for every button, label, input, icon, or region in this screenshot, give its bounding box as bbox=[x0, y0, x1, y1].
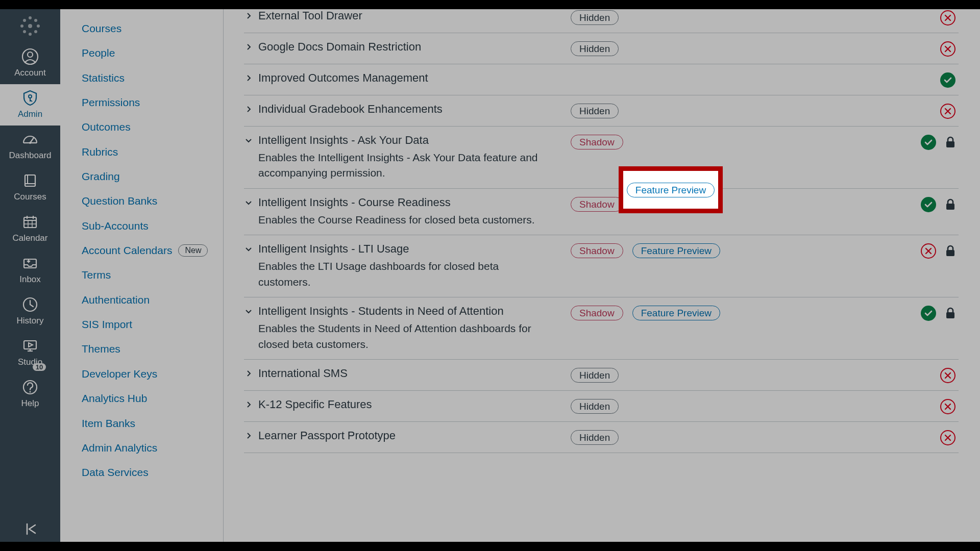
feature-options-main: External Tool DrawerHiddenGoogle Docs Do… bbox=[224, 9, 980, 542]
collapse-nav-button[interactable] bbox=[0, 516, 60, 542]
subnav-people[interactable]: People bbox=[82, 41, 214, 65]
status-disabled-icon[interactable] bbox=[940, 430, 955, 445]
feature-title: Learner Passport Prototype bbox=[258, 429, 396, 442]
feature-title: Intelligent Insights - LTI Usage bbox=[258, 242, 409, 256]
subnav-themes[interactable]: Themes bbox=[82, 337, 214, 361]
lock-icon bbox=[945, 136, 955, 148]
feature-preview-tag-highlighted[interactable]: Feature Preview bbox=[627, 183, 715, 197]
expand-toggle[interactable] bbox=[244, 400, 253, 409]
feature-row: Improved Outcomes Management bbox=[244, 64, 959, 95]
status-disabled-icon[interactable] bbox=[921, 243, 936, 259]
feature-row: K-12 Specific FeaturesHidden bbox=[244, 391, 959, 422]
status-enabled-icon[interactable] bbox=[921, 197, 936, 212]
subnav-outcomes[interactable]: Outcomes bbox=[82, 115, 214, 139]
feature-title: Intelligent Insights - Students in Need … bbox=[258, 305, 504, 318]
collapse-icon bbox=[23, 522, 37, 536]
admin-icon bbox=[21, 89, 39, 107]
tag-shadow[interactable]: Shadow bbox=[571, 197, 623, 212]
subnav-courses[interactable]: Courses bbox=[82, 16, 214, 41]
svg-rect-14 bbox=[25, 175, 35, 186]
subnav-developer-keys[interactable]: Developer Keys bbox=[82, 362, 214, 386]
studio-icon bbox=[21, 337, 39, 355]
subnav-terms[interactable]: Terms bbox=[82, 263, 214, 287]
svg-point-5 bbox=[34, 19, 37, 22]
tag-hidden[interactable]: Hidden bbox=[571, 104, 619, 118]
status-disabled-icon[interactable] bbox=[940, 104, 955, 119]
nav-courses[interactable]: Courses bbox=[0, 167, 60, 208]
feature-row: Individual Gradebook EnhancementsHidden bbox=[244, 95, 959, 127]
nav-history-label: History bbox=[17, 316, 44, 325]
status-disabled-icon[interactable] bbox=[940, 41, 955, 57]
brand-logo bbox=[0, 9, 60, 43]
nav-admin[interactable]: Admin bbox=[0, 84, 60, 126]
subnav-analytics-hub[interactable]: Analytics Hub bbox=[82, 386, 214, 411]
subnav-data-services[interactable]: Data Services bbox=[82, 460, 214, 485]
subnav-rubrics[interactable]: Rubrics bbox=[82, 140, 214, 164]
expand-toggle[interactable] bbox=[244, 369, 253, 378]
status-disabled-icon[interactable] bbox=[940, 399, 955, 414]
tag-shadow[interactable]: Shadow bbox=[571, 135, 623, 149]
expand-toggle[interactable] bbox=[244, 244, 253, 254]
svg-point-8 bbox=[28, 24, 32, 28]
subnav-item-banks[interactable]: Item Banks bbox=[82, 411, 214, 436]
status-disabled-icon[interactable] bbox=[940, 10, 955, 26]
feature-row: Intelligent Insights - Students in Need … bbox=[244, 297, 959, 360]
nav-help[interactable]: Help10 bbox=[0, 373, 60, 415]
tag-preview[interactable]: Feature Preview bbox=[632, 243, 720, 258]
svg-rect-34 bbox=[946, 312, 954, 318]
subnav-permissions[interactable]: Permissions bbox=[82, 90, 214, 115]
expand-toggle[interactable] bbox=[244, 198, 253, 207]
subnav-authentication[interactable]: Authentication bbox=[82, 288, 214, 312]
feature-row: Learner Passport PrototypeHidden bbox=[244, 422, 959, 453]
account-icon bbox=[21, 48, 39, 65]
svg-point-6 bbox=[23, 30, 26, 33]
tag-preview[interactable]: Feature Preview bbox=[632, 306, 720, 320]
inbox-icon bbox=[21, 255, 39, 272]
expand-toggle[interactable] bbox=[244, 42, 253, 52]
status-disabled-icon[interactable] bbox=[940, 368, 955, 383]
nav-history[interactable]: History bbox=[0, 291, 60, 332]
svg-rect-32 bbox=[946, 204, 954, 210]
subnav-statistics[interactable]: Statistics bbox=[82, 66, 214, 90]
feature-row: International SMSHidden bbox=[244, 360, 959, 391]
expand-toggle[interactable] bbox=[244, 11, 253, 20]
nav-studio[interactable]: Studio bbox=[0, 332, 60, 373]
expand-toggle[interactable] bbox=[244, 105, 253, 114]
nav-dashboard[interactable]: Dashboard bbox=[0, 126, 60, 167]
courses-icon bbox=[21, 172, 39, 189]
tag-hidden[interactable]: Hidden bbox=[571, 10, 619, 25]
expand-toggle[interactable] bbox=[244, 431, 253, 440]
nav-account[interactable]: Account bbox=[0, 43, 60, 84]
subnav-question-banks[interactable]: Question Banks bbox=[82, 189, 214, 213]
tag-hidden[interactable]: Hidden bbox=[571, 430, 619, 445]
status-enabled-icon[interactable] bbox=[921, 306, 936, 321]
subnav-admin-analytics[interactable]: Admin Analytics bbox=[82, 436, 214, 460]
subnav-sub-accounts[interactable]: Sub-Accounts bbox=[82, 214, 214, 238]
svg-rect-17 bbox=[24, 217, 36, 228]
help-badge: 10 bbox=[33, 363, 46, 371]
tag-shadow[interactable]: Shadow bbox=[571, 243, 623, 258]
feature-row: Intelligent Insights - Course ReadinessE… bbox=[244, 189, 959, 235]
nav-inbox[interactable]: Inbox bbox=[0, 249, 60, 291]
subnav-grading[interactable]: Grading bbox=[82, 164, 214, 189]
nav-calendar[interactable]: Calendar bbox=[0, 208, 60, 249]
tag-hidden[interactable]: Hidden bbox=[571, 41, 619, 56]
expand-toggle[interactable] bbox=[244, 136, 253, 145]
subnav-sis-import[interactable]: SIS Import bbox=[82, 312, 214, 337]
status-enabled-icon[interactable] bbox=[921, 135, 936, 150]
tag-shadow[interactable]: Shadow bbox=[571, 306, 623, 320]
svg-point-0 bbox=[29, 16, 32, 19]
expand-toggle[interactable] bbox=[244, 307, 253, 316]
expand-toggle[interactable] bbox=[244, 73, 253, 83]
svg-rect-31 bbox=[946, 141, 954, 147]
status-enabled-icon[interactable] bbox=[940, 72, 955, 88]
subnav-account calendars[interactable]: Account Calendars bbox=[82, 238, 172, 263]
svg-rect-33 bbox=[946, 250, 954, 256]
feature-description: Enables the Course Readiness for closed … bbox=[244, 212, 550, 228]
feature-title: International SMS bbox=[258, 367, 348, 380]
svg-point-30 bbox=[30, 391, 31, 393]
tag-hidden[interactable]: Hidden bbox=[571, 368, 619, 383]
nav-calendar-label: Calendar bbox=[13, 234, 48, 242]
tag-hidden[interactable]: Hidden bbox=[571, 399, 619, 414]
nav-inbox-label: Inbox bbox=[19, 275, 41, 284]
